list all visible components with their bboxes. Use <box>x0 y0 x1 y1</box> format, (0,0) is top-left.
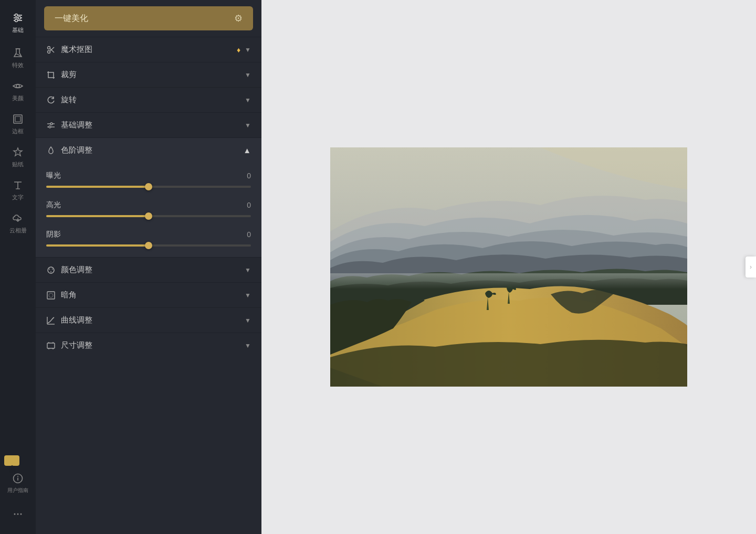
crop-icon <box>46 70 56 80</box>
sidebar-label-text: 文字 <box>12 194 24 201</box>
chevron-down-icon: ▼ <box>245 317 251 324</box>
svg-rect-35 <box>47 343 55 348</box>
wand-icon: ⚙ <box>234 13 243 24</box>
sidebar-label-beauty: 美颜 <box>12 94 24 102</box>
feedback-button[interactable]: 在线反馈 <box>4 455 19 466</box>
highlight-slider-track[interactable] <box>46 215 251 217</box>
star-icon <box>12 146 24 158</box>
rotate-icon <box>46 95 56 105</box>
svg-point-27 <box>50 123 52 125</box>
beautify-label: 一键美化 <box>55 13 88 24</box>
sidebar-item-text[interactable]: 文字 <box>0 174 36 207</box>
highlight-slider-group: 高光 0 <box>46 200 251 217</box>
svg-point-5 <box>15 19 18 22</box>
highlight-label: 高光 <box>46 200 61 210</box>
curve-icon <box>46 315 56 325</box>
chevron-down-icon: ▼ <box>245 71 251 79</box>
chevron-down-icon: ▼ <box>245 342 251 349</box>
section-crop: 裁剪 ▼ <box>36 62 261 87</box>
shadow-label: 阴影 <box>46 230 61 239</box>
shadow-slider-track[interactable] <box>46 244 251 247</box>
flask-icon <box>12 47 24 59</box>
sidebar-label-basics: 基础 <box>12 26 24 34</box>
beautify-button[interactable]: 一键美化 ⚙ <box>44 6 253 30</box>
landscape-image <box>330 147 687 387</box>
svg-point-22 <box>48 51 50 54</box>
section-vignette: 暗角 ▼ <box>36 282 261 307</box>
exposure-label: 曝光 <box>46 171 61 180</box>
section-basic-adjust: 基础调整 ▼ <box>36 112 261 137</box>
section-curve-header[interactable]: 曲线调整 ▼ <box>36 308 261 333</box>
chevron-down-icon: ▼ <box>245 266 251 274</box>
svg-point-18 <box>14 514 16 515</box>
size-icon <box>46 340 56 350</box>
sidebar-label-sticker: 贴纸 <box>12 161 24 168</box>
right-panel-toggle[interactable]: › <box>746 257 756 277</box>
section-tone-adjust-label: 色阶调整 <box>61 145 92 155</box>
vignette-icon <box>46 290 56 300</box>
section-vignette-header[interactable]: 暗角 ▼ <box>36 283 261 307</box>
exposure-slider-group: 曝光 0 <box>46 171 251 188</box>
cloud-icon <box>12 212 24 225</box>
svg-point-34 <box>49 293 53 297</box>
sidebar-item-beauty[interactable]: 美颜 <box>0 74 36 108</box>
exposure-value: 0 <box>247 172 251 180</box>
sliders2-icon <box>46 120 56 130</box>
section-size-adjust-header[interactable]: 尺寸调整 ▼ <box>36 333 261 358</box>
section-tone-adjust-header[interactable]: 色阶调整 ▲ <box>36 138 261 163</box>
more-icon <box>12 508 24 520</box>
frame-icon <box>12 113 24 125</box>
svg-point-4 <box>18 17 21 19</box>
svg-rect-41 <box>330 273 687 289</box>
sidebar-item-basics[interactable]: 基础 <box>0 4 36 41</box>
svg-rect-9 <box>15 116 20 122</box>
sidebar-item-effects[interactable]: 特效 <box>0 41 36 74</box>
section-crop-label: 裁剪 <box>61 70 77 80</box>
section-size-adjust-label: 尺寸调整 <box>61 340 92 350</box>
section-rotate: 旋转 ▼ <box>36 87 261 112</box>
section-curve-label: 曲线调整 <box>61 315 92 325</box>
svg-point-32 <box>50 271 52 273</box>
section-magic-cutout-label: 魔术抠图 <box>61 45 92 55</box>
chevron-right-icon: › <box>750 263 752 271</box>
svg-point-7 <box>16 84 19 88</box>
sidebar-bottom: 用户指南 <box>0 467 36 526</box>
sliders-icon <box>12 12 24 24</box>
sidebar-item-sticker[interactable]: 贴纸 <box>0 141 36 174</box>
svg-point-20 <box>20 514 22 515</box>
sidebar-item-guide[interactable]: 用户指南 <box>0 467 36 499</box>
panel-sidebar: 一键美化 ⚙ 魔术抠图 ♦ ▼ <box>36 0 261 534</box>
sidebar-item-frame[interactable]: 边框 <box>0 108 36 141</box>
main-canvas: › <box>261 0 756 534</box>
highlight-fill <box>46 215 149 217</box>
highlight-thumb[interactable] <box>145 212 152 220</box>
section-basic-adjust-header[interactable]: 基础调整 ▼ <box>36 113 261 137</box>
section-curve: 曲线调整 ▼ <box>36 307 261 333</box>
section-color-adjust: 颜色调整 ▼ <box>36 257 261 282</box>
section-rotate-header[interactable]: 旋转 ▼ <box>36 88 261 112</box>
section-magic-cutout-header[interactable]: 魔术抠图 ♦ ▼ <box>36 37 261 62</box>
eye-icon <box>12 80 24 92</box>
exposure-thumb[interactable] <box>145 183 152 190</box>
shadow-slider-group: 阴影 0 <box>46 230 251 247</box>
section-rotate-label: 旋转 <box>61 95 77 105</box>
svg-point-19 <box>17 514 19 515</box>
exposure-slider-track[interactable] <box>46 186 251 188</box>
section-crop-header[interactable]: 裁剪 ▼ <box>36 62 261 87</box>
section-color-adjust-header[interactable]: 颜色调整 ▼ <box>36 258 261 282</box>
svg-point-21 <box>48 47 50 49</box>
svg-marker-10 <box>14 148 22 156</box>
section-basic-adjust-label: 基础调整 <box>61 120 92 130</box>
exposure-fill <box>46 186 149 188</box>
svg-rect-33 <box>47 292 55 299</box>
svg-point-30 <box>49 269 50 270</box>
sidebar-item-cloud[interactable]: 云相册 <box>0 207 36 240</box>
image-canvas[interactable] <box>330 147 687 387</box>
section-vignette-label: 暗角 <box>61 290 77 300</box>
section-size-adjust: 尺寸调整 ▼ <box>36 333 261 358</box>
svg-point-3 <box>15 14 18 17</box>
sidebar-item-more[interactable] <box>0 503 36 526</box>
icon-sidebar: 基础 特效 美颜 边框 <box>0 0 36 534</box>
svg-point-28 <box>49 126 51 128</box>
shadow-thumb[interactable] <box>145 242 152 249</box>
